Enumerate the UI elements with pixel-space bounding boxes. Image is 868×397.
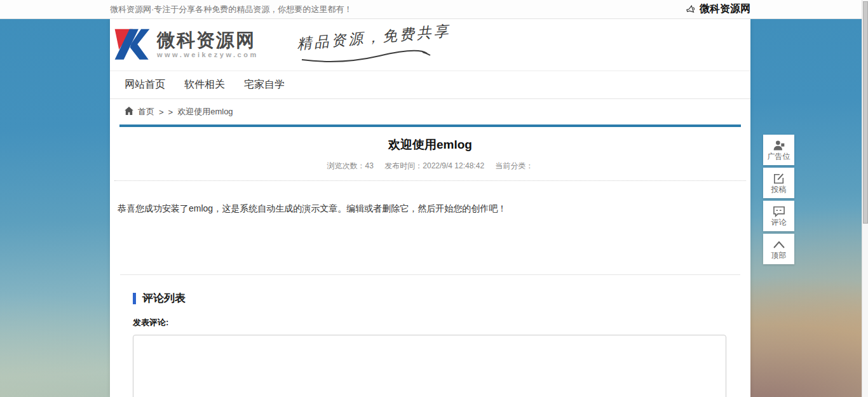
scrollbar-thumb[interactable] (863, 1, 868, 224)
announcement-horn-icon (685, 4, 696, 15)
comment-section-title: 评论列表 (142, 291, 186, 306)
comment-section-header: 评论列表 (133, 291, 728, 306)
article-views: 浏览次数：43 (327, 161, 374, 170)
meta-divider (114, 180, 746, 181)
breadcrumb-separator: > (168, 107, 173, 117)
comment-form-label: 发表评论: (133, 317, 728, 328)
section-accent-bar (133, 293, 136, 304)
site-url: www.weikezyw.com (157, 51, 259, 58)
topbar: 微科资源网·专注于分享各种免费的精品资源，你想要的这里都有！ 微科资源网 (0, 0, 868, 19)
accent-rule (119, 124, 741, 127)
nav-item-home[interactable]: 网站首页 (125, 78, 165, 91)
scrollbar-track (862, 0, 868, 397)
widget-label: 投稿 (771, 185, 787, 193)
nav-item-selfstudy[interactable]: 宅家自学 (244, 78, 285, 91)
breadcrumb-home-link[interactable]: 首页 (138, 106, 154, 118)
widget-label: 顶部 (771, 252, 787, 259)
widget-back-to-top[interactable]: 顶部 (763, 234, 794, 264)
article-title: 欢迎使用emlog (110, 137, 750, 153)
ad-slot-user-icon (773, 140, 785, 151)
site-slogan: 精品资源，免费共享 (297, 25, 443, 65)
breadcrumb-separator: > (159, 107, 164, 117)
site-header: 微科资源网 www.weikezyw.com 精品资源，免费共享 (110, 19, 750, 71)
floating-widget-bar: 广告位 投稿 评论 顶部 (763, 135, 794, 267)
site-notice-text: 微科资源网·专注于分享各种免费的精品资源，你想要的这里都有！ (110, 4, 352, 15)
widget-label: 评论 (771, 219, 787, 226)
main-content-column: 微科资源网 www.weikezyw.com 精品资源，免费共享 网站首页 软件… (110, 19, 750, 397)
article-meta: 浏览次数：43 发布时间：2022/9/4 12:48:42 当前分类： (110, 161, 750, 172)
topbar-brand-link[interactable]: 微科资源网 (685, 3, 750, 16)
widget-comments[interactable]: 评论 (763, 201, 794, 231)
widget-submit-post[interactable]: 投稿 (763, 168, 794, 198)
article-content-text: 恭喜您成功安装了emlog，这是系统自动生成的演示文章。编辑或者删除它，然后开始… (110, 202, 750, 215)
article: 欢迎使用emlog 浏览次数：43 发布时间：2022/9/4 12:48:42… (110, 137, 750, 275)
article-category: 当前分类： (495, 161, 533, 170)
breadcrumb-current-page: 欢迎使用emlog (177, 106, 233, 118)
comment-section: 评论列表 发表评论: (110, 291, 750, 397)
main-nav: 网站首页 软件相关 宅家自学 (110, 71, 750, 99)
chevron-up-icon (773, 239, 785, 250)
article-publish-time: 发布时间：2022/9/4 12:48:42 (384, 161, 484, 170)
nav-item-software[interactable]: 软件相关 (184, 78, 225, 91)
submit-edit-icon (773, 173, 785, 184)
site-name: 微科资源网 (157, 31, 259, 50)
article-bottom-divider (120, 274, 740, 275)
home-icon (125, 107, 133, 117)
comment-bubble-icon (773, 206, 785, 217)
site-logo[interactable]: 微科资源网 www.weikezyw.com (114, 25, 259, 65)
comment-input[interactable] (133, 335, 726, 397)
topbar-brand-text: 微科资源网 (700, 3, 750, 16)
k-logo-icon (114, 25, 151, 65)
breadcrumb: 首页 > > 欢迎使用emlog (110, 99, 750, 124)
widget-label: 广告位 (768, 152, 790, 160)
slogan-underline-swoosh (297, 44, 437, 64)
widget-ad-slot[interactable]: 广告位 (763, 135, 794, 165)
